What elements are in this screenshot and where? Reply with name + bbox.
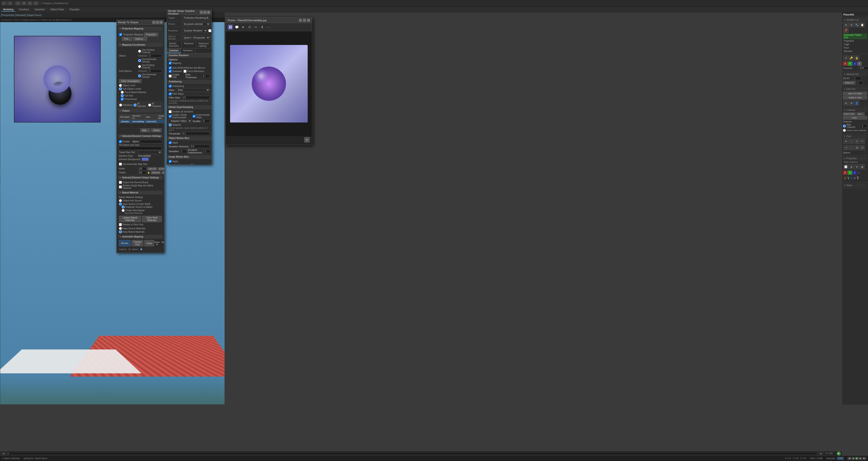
baked-material-header[interactable]: Baked Material [118,191,163,195]
rs-disable-samplers[interactable]: Disable all Samplers [169,110,210,113]
create-new-baked[interactable]: Create New Baked [122,209,162,212]
photos-icon-ellipsis[interactable]: ⋯ [266,24,271,30]
rs-minimize[interactable]: ─ [200,11,203,14]
full-size-check[interactable]: Full Size [121,94,162,97]
select-id-btn[interactable]: Select ID [843,81,856,85]
peel-tool-7[interactable]: ⊞ [854,145,859,150]
photos-close[interactable]: ✕ [307,19,310,22]
mc-auto-unwrap[interactable]: Use Automatic Unwrap [138,58,162,63]
rs-supersample-maps[interactable]: Supersample Maps [193,113,210,119]
rs-filter-size-input[interactable] [182,96,210,99]
output-into-source[interactable]: Output Into Source [119,199,162,202]
sub-object-levels-check[interactable]: Sub-Object Levels [119,87,162,90]
rs-auto-reflect-check[interactable]: Auto-Reflect/Refract and Mirrors [169,66,205,69]
undo-btn[interactable]: ↩ [1,1,6,5]
pick-btn[interactable]: Pick... [122,37,132,41]
rs-renderer-select[interactable]: Scanline Renderer [182,29,208,33]
photos-icon-share[interactable]: ⬆ [259,24,265,30]
tab-object-paint[interactable]: Object Paint [49,7,66,12]
rs-omb-header[interactable]: Object Motion Blur: [167,136,212,140]
mc-radio-auto[interactable] [138,59,141,62]
tab-selection[interactable]: Selection [33,7,46,12]
individual-radio[interactable]: Individual [119,102,132,107]
nav-prev[interactable]: ◀ [851,457,855,460]
photos-icon-image[interactable]: 🖼 [227,24,233,30]
uv-tool-2[interactable]: ⊗ [849,101,854,106]
modifier-tool-3[interactable]: 🔧 [854,22,859,27]
rs-omb-samples-input[interactable] [180,150,187,153]
photos-minimize[interactable]: ─ [299,19,302,22]
rs-sse-check[interactable]: Enable SSE [169,73,182,78]
save-source[interactable]: Save Source (Create Shell) [119,203,162,205]
modifier-list-title[interactable]: Modifier List [843,18,867,22]
all-selected-radio[interactable]: All Selected [133,102,147,107]
rs-imb-header[interactable]: Image Motion Blur: [167,155,212,159]
nav-play[interactable]: ▶ [855,457,859,460]
tab-modeling[interactable]: Modeling [1,7,15,12]
vertex-color-check[interactable]: Vertex Color Channel [843,129,866,132]
rs-omb-dur-input[interactable] [190,144,210,148]
rs-filter-select[interactable]: Area [176,88,210,92]
options-btn[interactable]: Options... [133,37,147,41]
edit-uvs-title[interactable]: Edit UVs [843,87,867,91]
rs-target-select[interactable]: Production Rendering M... [182,16,212,20]
rtt-minimize[interactable]: ─ [152,21,155,24]
render-to-files-only[interactable]: Render to Files Only [119,223,162,226]
mc-sub-channel-input[interactable] [148,69,162,73]
load-channel-btn[interactable]: Load... [843,116,867,120]
modifier-tool-5[interactable]: 📌 [843,28,848,33]
peel-tool-6[interactable]: ↔ [849,145,854,150]
width-512[interactable]: 512x512 [158,167,164,170]
width-128[interactable]: 128x128 [147,167,157,170]
y-btn[interactable]: Y [848,62,852,66]
proj-tool-3[interactable]: ● [854,164,859,169]
breadcrumb-edged[interactable]: [Edged Faces] [27,14,41,17]
rs-tab-render-elements[interactable]: Render Elements [167,41,182,48]
proportional-check[interactable]: Proportional [121,98,137,101]
close-rtt-btn[interactable]: Close [144,240,154,246]
rs-quality-input[interactable] [202,119,210,123]
pm-enabled-checkbox[interactable] [119,33,122,36]
modifier-tool-1[interactable]: ⊕ [843,22,848,27]
peel-tool-5[interactable]: ⇥ [843,145,848,150]
peel-tool-8[interactable]: ⊟ [860,145,865,150]
rs-imb-apply[interactable]: Apply [169,160,210,163]
keep-baked-radio[interactable]: Keep Baked Materials [119,230,162,233]
open-uv-editor-btn[interactable]: Open UV Editor [843,92,867,95]
uv-tool-1[interactable]: ⊕ [843,101,848,106]
timeline-track[interactable] [8,453,817,454]
rs-enable-global-ss[interactable]: Enable Global Supersampler [169,113,191,119]
projection-mapping-header[interactable]: Projection Mapping [118,27,163,31]
sec-bg-swatch[interactable] [142,158,149,161]
proj-y-btn[interactable]: Y [848,171,852,175]
auto-map-size-check[interactable]: Use Automatic Map Size [119,163,162,166]
scale-btn[interactable]: ⬡ [33,1,38,5]
select-id-input[interactable] [856,81,863,85]
rotate-btn[interactable]: ↻ [27,1,32,5]
peel-tool-1[interactable]: ● [843,139,848,144]
peel-tool-4[interactable]: ✕ [860,139,865,144]
peel-tool-3[interactable]: ⊙ [854,139,859,144]
mc-sub-existing[interactable]: Use Existing Channel [138,64,162,69]
put-to-baked-check[interactable]: Put to Baked Material [121,91,162,94]
rs-scanline-header[interactable]: Scanline Renderer [167,54,212,58]
auto-mapping-header[interactable]: Automatic Mapping [118,235,163,239]
clear-shell-btn[interactable]: Clear Shell Materials [142,216,162,222]
rs-aa-check[interactable]: Antialiasing [169,85,210,88]
select-btn[interactable]: ☐ [15,1,21,5]
modifier-item-1[interactable]: Projection [843,39,867,43]
rs-filter-maps-check[interactable]: Filter Maps [169,92,210,95]
tab-populate[interactable]: Populate [67,7,81,12]
modifier-item-4[interactable]: Element [843,50,867,53]
render-height-map[interactable]: Render Height Map Into Alpha Channel [119,184,162,189]
height-256[interactable]: 256x256 [151,171,161,174]
uv-tool-3[interactable]: 👤 [854,101,859,106]
photos-icon-edit[interactable]: ✂ [253,24,258,30]
x-btn[interactable]: X [843,62,847,66]
output-header[interactable]: Output [118,109,163,113]
rtt-close[interactable]: ✕ [159,21,163,24]
breadcrumb-perspective[interactable]: [Perspective] [1,14,14,17]
modifier-item-3[interactable]: Face [843,46,867,50]
photos-edit-btn[interactable]: ✏ [304,137,310,142]
clear-unwrappers-btn[interactable]: Clear Unwrappers [119,79,142,83]
